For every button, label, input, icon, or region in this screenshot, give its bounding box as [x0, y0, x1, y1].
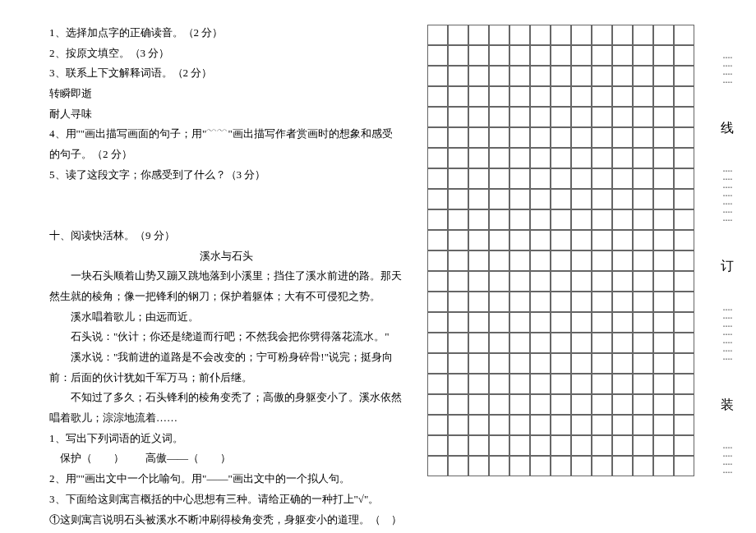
bind-char-ding: 订	[721, 254, 734, 278]
grid-cell	[633, 374, 653, 394]
grid-cell	[571, 127, 592, 148]
grid-cell	[509, 292, 530, 312]
grid-cell	[612, 66, 633, 86]
grid-cell	[592, 374, 612, 394]
dots-icon: ┊┊┊┊	[720, 445, 735, 478]
grid-cell	[633, 230, 653, 250]
grid-cell	[653, 374, 674, 394]
grid-cell	[489, 394, 509, 415]
grid-cell	[612, 209, 633, 230]
grid-cell	[571, 189, 592, 209]
grid-cell	[674, 312, 694, 333]
grid-cell	[633, 209, 653, 230]
grid-cell	[530, 353, 551, 374]
grid-cell	[571, 148, 592, 168]
grid-cell	[633, 45, 653, 66]
passage-p3: 石头说："伙计；你还是绕道而行吧；不然我会把你劈得落花流水。"	[49, 327, 403, 347]
grid-cell	[551, 86, 571, 107]
grid-cell	[530, 230, 551, 250]
grid-cell	[427, 66, 448, 86]
grid-cell	[551, 250, 571, 271]
grid-cell	[427, 148, 448, 168]
grid-cell	[551, 415, 571, 435]
question-4: 4、用""画出描写画面的句子；用"﹋﹋"画出描写作者赏画时的想象和感受的句子。（…	[49, 124, 403, 164]
grid-cell	[592, 168, 612, 189]
grid-cell	[448, 66, 468, 86]
grid-cell	[489, 374, 509, 394]
grid-cell	[468, 435, 489, 456]
grid-cell	[427, 271, 448, 292]
grid-cell	[551, 353, 571, 374]
grid-cell	[592, 456, 612, 476]
grid-cell	[489, 127, 509, 148]
grid-cell	[468, 292, 489, 312]
grid-cell	[571, 25, 592, 45]
grid-cell	[633, 148, 653, 168]
grid-cell	[551, 168, 571, 189]
grid-cell	[653, 86, 674, 107]
grid-cell	[612, 25, 633, 45]
grid-cell	[674, 435, 694, 456]
grid-cell	[468, 25, 489, 45]
grid-cell	[509, 271, 530, 292]
grid-cell	[468, 353, 489, 374]
grid-cell	[592, 230, 612, 250]
grid-cell	[674, 45, 694, 66]
grid-cell	[530, 209, 551, 230]
grid-cell	[592, 415, 612, 435]
grid-cell	[674, 25, 694, 45]
grid-cell	[674, 456, 694, 476]
grid-cell	[468, 415, 489, 435]
grid-cell	[612, 456, 633, 476]
grid-cell	[448, 250, 468, 271]
grid-cell	[612, 374, 633, 394]
grid-cell	[571, 168, 592, 189]
reading-q3-opt2: ②这则寓言说明高傲的石头在奔腾的溪水面前；不得不认输的道理。（ ）	[49, 530, 403, 533]
grid-cell	[530, 456, 551, 476]
grid-cell	[571, 435, 592, 456]
passage-p5: 不知过了多久；石头锋利的棱角变秃了；高傲的身躯变小了。溪水依然唱着歌儿；淙淙地流…	[49, 388, 403, 428]
question-1: 1、选择加点字的正确读音。（2 分）	[49, 23, 403, 44]
grid-cell	[571, 333, 592, 353]
grid-cell	[530, 86, 551, 107]
grid-cell	[509, 456, 530, 476]
grid-cell	[468, 45, 489, 66]
grid-cell	[674, 250, 694, 271]
grid-cell	[509, 312, 530, 333]
grid-cell	[633, 435, 653, 456]
grid-cell	[571, 66, 592, 86]
grid-cell	[509, 353, 530, 374]
reading-q2: 2、用""画出文中一个比喻句。用"——"画出文中的一个拟人句。	[49, 469, 403, 489]
dots-icon: ┊┊┊┊┊┊┊	[720, 168, 735, 226]
grid-cell	[427, 292, 448, 312]
grid-cell	[571, 374, 592, 394]
grid-cell	[427, 25, 448, 45]
grid-cell	[489, 168, 509, 189]
grid-cell	[592, 271, 612, 292]
question-5: 5、读了这段文字；你感受到了什么？（3 分）	[49, 165, 403, 186]
grid-cell	[530, 127, 551, 148]
grid-cell	[633, 394, 653, 415]
grid-cell	[674, 189, 694, 209]
grid-cell	[653, 456, 674, 476]
grid-cell	[448, 333, 468, 353]
grid-cell	[674, 415, 694, 435]
grid-cell	[468, 127, 489, 148]
grid-cell	[448, 86, 468, 107]
grid-cell	[448, 25, 468, 45]
reading-q3-opt1: ①这则寓言说明石头被溪水不断冲刷得棱角变秃，身躯变小的道理。（ ）	[49, 510, 403, 531]
grid-cell	[592, 86, 612, 107]
grid-cell	[592, 209, 612, 230]
grid-cell	[448, 353, 468, 374]
grid-cell	[489, 415, 509, 435]
grid-cell	[571, 292, 592, 312]
grid-cell	[612, 148, 633, 168]
grid-cell	[509, 148, 530, 168]
grid-cell	[489, 292, 509, 312]
grid-cell	[530, 168, 551, 189]
grid-cell	[448, 209, 468, 230]
grid-cell	[551, 230, 571, 250]
grid-cell	[571, 45, 592, 66]
grid-cell	[612, 107, 633, 127]
grid-cell	[489, 209, 509, 230]
